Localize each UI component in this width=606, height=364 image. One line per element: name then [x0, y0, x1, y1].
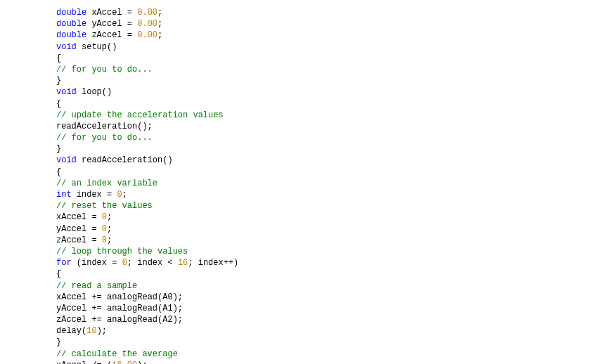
code-token: ; — [122, 190, 127, 200]
code-token: += — [91, 315, 107, 325]
code-token: // reset the values — [56, 201, 153, 211]
code-token: A2 — [162, 315, 172, 325]
code-line: // read a sample — [56, 280, 606, 292]
code-line: // for you to do... — [56, 64, 606, 75]
code-token: += — [91, 304, 107, 313]
code-token: ); — [97, 326, 107, 336]
code-token: ; — [157, 19, 162, 29]
code-line: for (index = 0; index < 16; index++) — [56, 257, 606, 268]
code-token: (); — [137, 122, 153, 131]
code-token: = — [127, 19, 137, 29]
code-token: () — [107, 42, 117, 52]
code-token: 0 — [102, 212, 107, 222]
code-token: index — [82, 258, 112, 268]
code-token: delay — [56, 326, 82, 336]
code-token: loop — [77, 87, 102, 97]
code-token: ; — [188, 258, 198, 268]
code-token: ); — [173, 315, 183, 325]
code-token: < — [167, 258, 177, 268]
code-line: readAcceleration(); — [56, 121, 606, 132]
code-line: zAccel += analogRead(A2); — [56, 314, 606, 325]
code-line: { — [56, 53, 606, 64]
code-line: } — [56, 337, 606, 348]
code-token: A0 — [162, 292, 172, 302]
code-token: readAcceleration — [77, 155, 162, 165]
code-token: analogRead — [107, 315, 157, 325]
code-line: { — [56, 167, 606, 178]
code-block: double xAccel = 0.00;double yAccel = 0.0… — [0, 0, 606, 364]
code-token: void — [56, 155, 77, 165]
code-token: 0 — [122, 258, 127, 268]
code-token: 10 — [86, 326, 96, 336]
code-line: // calculate the average — [56, 349, 606, 360]
code-token: } — [56, 144, 61, 154]
code-token: () — [162, 155, 172, 165]
code-token: ; — [107, 235, 112, 245]
code-token: ; — [107, 224, 112, 234]
code-token: double — [56, 8, 86, 18]
code-token: double — [56, 30, 86, 40]
code-token: += — [91, 292, 107, 302]
code-token: 0 — [102, 235, 107, 245]
code-token: = — [107, 190, 117, 200]
code-token: zAccel — [56, 235, 91, 245]
code-line: yAccel += analogRead(A1); — [56, 303, 606, 314]
code-token: analogRead — [107, 304, 157, 313]
code-token: ; — [127, 258, 137, 268]
code-line: int index = 0; — [56, 189, 606, 200]
code-token: index — [137, 258, 167, 268]
code-token: void — [56, 42, 77, 52]
code-token: = — [127, 30, 137, 40]
code-token: { — [56, 99, 61, 109]
code-line: // update the acceleration values — [56, 110, 606, 121]
code-line: void readAcceleration() — [56, 155, 606, 166]
code-token: // for you to do... — [56, 65, 153, 74]
code-token: = — [91, 212, 101, 222]
code-line: xAccel /= (16.00); — [56, 360, 606, 364]
code-token: 0 — [117, 190, 122, 200]
code-line: // reset the values — [56, 200, 606, 212]
code-token: 16 — [178, 258, 188, 268]
code-token: = — [112, 258, 122, 268]
code-token: index — [198, 258, 224, 268]
code-token: // calculate the average — [56, 349, 178, 359]
code-token: = — [91, 235, 101, 245]
code-line: { — [56, 268, 606, 280]
code-line: // for you to do... — [56, 132, 606, 143]
code-token: } — [56, 337, 61, 347]
code-token: ; — [157, 30, 162, 40]
code-token: /= ( — [91, 360, 112, 364]
code-token: analogRead — [107, 292, 157, 302]
code-token: = — [91, 224, 101, 234]
code-line: void loop() — [56, 86, 606, 98]
code-token: yAccel — [56, 304, 91, 313]
code-token: } — [56, 76, 61, 86]
code-line: } — [56, 143, 606, 155]
code-token: void — [56, 87, 77, 97]
code-token: ; — [157, 8, 162, 18]
code-token: int — [56, 190, 72, 200]
code-token: // for you to do... — [56, 133, 153, 143]
code-token: yAccel — [86, 19, 127, 29]
code-token: = — [127, 8, 137, 18]
code-token: { — [56, 167, 61, 177]
code-token: // update the acceleration values — [56, 110, 224, 120]
code-token: xAccel — [56, 212, 91, 222]
code-line: double xAccel = 0.00; — [56, 7, 606, 18]
code-line: } — [56, 75, 606, 86]
code-line: double yAccel = 0.00; — [56, 18, 606, 30]
code-token: setup — [77, 42, 107, 52]
code-token: ); — [173, 304, 183, 313]
code-line: double zAccel = 0.00; — [56, 30, 606, 41]
code-token: ; — [107, 212, 112, 222]
code-token: 0.00 — [137, 8, 157, 18]
code-token: for — [56, 258, 72, 268]
code-token: double — [56, 19, 86, 29]
code-line: xAccel += analogRead(A0); — [56, 292, 606, 303]
code-token: () — [102, 87, 112, 97]
code-token: 0 — [102, 224, 107, 234]
code-token: 0.00 — [137, 19, 157, 29]
code-token: xAccel — [86, 8, 127, 18]
code-line: yAccel = 0; — [56, 223, 606, 235]
code-token: // loop through the values — [56, 247, 188, 256]
